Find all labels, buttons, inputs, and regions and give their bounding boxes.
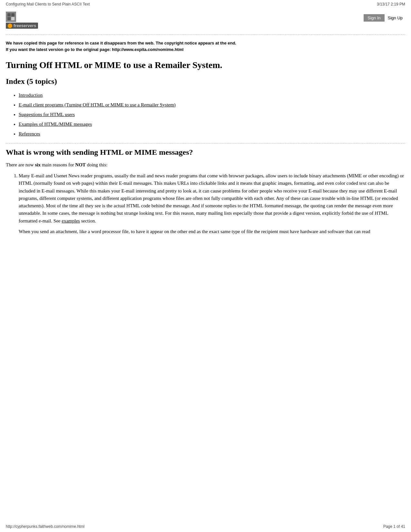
index-link-email-clients[interactable]: E-mail client programs (Turning Off HTML… [19,102,176,107]
page-date: 3/13/17 2:19 PM [377,2,405,6]
logo-icon [6,12,16,22]
svg-rect-3 [7,17,11,20]
sign-up-link[interactable]: Sign Up [385,14,405,22]
page-title: Turning Off HTML or MIME to use a Remail… [6,60,405,71]
index-list: Introduction E-mail client programs (Tur… [6,90,405,139]
list-item: Suggestions for HTML users [19,110,405,119]
notice-box: We have copied this page for reference i… [0,37,411,56]
what-section-heading: What is wrong with sending HTML or MIME … [6,148,405,157]
svg-rect-1 [7,13,11,16]
list-item: E-mail client programs (Turning Off HTML… [19,100,405,110]
index-link-suggestions[interactable]: Suggestions for HTML users [19,112,75,117]
notice-text: We have copied this page for reference i… [6,41,236,52]
logo-circle-icon [8,24,12,28]
logo-text: freeservers [6,23,38,29]
list-item: References [19,129,405,139]
section-divider [6,143,405,143]
list-item: Many E-mail and Usenet News reader progr… [19,172,405,235]
footer-page: Page 1 of 41 [383,524,405,529]
examples-link[interactable]: examples [62,218,80,223]
list-item: Introduction [19,90,405,100]
header: freeservers Sign In Sign Up [0,8,411,32]
logo-area: freeservers [6,12,38,29]
top-bar: Configuring Mail Clients to Send Plain A… [0,0,411,8]
index-link-introduction[interactable]: Introduction [19,93,43,98]
index-link-examples[interactable]: Examples of HTML/MIME messages [19,122,92,127]
index-section: Index (5 topics) Introduction E-mail cli… [6,77,405,139]
svg-rect-4 [11,17,15,20]
main-content: Turning Off HTML or MIME to use a Remail… [0,60,411,235]
footer-bar: http://cypherpunks.faithweb.com/nomime.h… [0,521,411,532]
auth-area: Sign In Sign Up [364,14,405,22]
sign-in-button[interactable]: Sign In [364,14,384,22]
list-item: Examples of HTML/MIME messages [19,119,405,129]
index-link-references[interactable]: References [19,131,40,136]
intro-paragraph: There are now six main reasons for NOT d… [6,161,405,169]
reason-1-para2: When you send an attachment, like a word… [19,228,405,235]
header-divider [6,34,405,35]
footer-url: http://cypherpunks.faithweb.com/nomime.h… [6,524,84,529]
index-heading: Index (5 topics) [6,77,405,86]
reason-1-text: Many E-mail and Usenet News reader progr… [19,173,404,223]
page-browser-title: Configuring Mail Clients to Send Plain A… [6,2,90,6]
reasons-list: Many E-mail and Usenet News reader progr… [6,172,405,235]
svg-rect-2 [11,13,15,16]
what-section: What is wrong with sending HTML or MIME … [6,148,405,236]
